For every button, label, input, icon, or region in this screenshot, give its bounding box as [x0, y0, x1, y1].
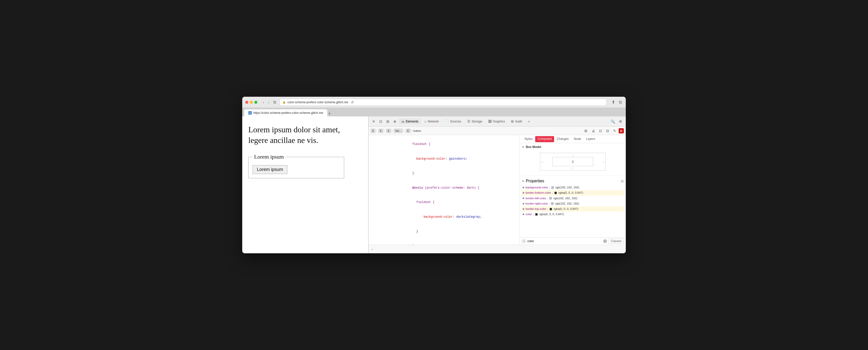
fieldset-button[interactable]: Lorem ipsum	[253, 165, 287, 174]
prop-arrow[interactable]: ▶	[523, 186, 525, 189]
prop-value: rgb(192, 192, 192)	[553, 196, 577, 201]
tab-elements[interactable]: ⚏ Elements	[399, 118, 421, 124]
layout-tool-button[interactable]: ⊟	[604, 128, 611, 134]
devtools-dock-button[interactable]: ⊡	[378, 118, 384, 124]
devtools-search-button[interactable]: 🔍	[609, 118, 616, 124]
tab-audit[interactable]: ⊞ Audit	[508, 118, 524, 124]
code-line[interactable]: fieldset {	[369, 195, 520, 210]
code-line[interactable]: fieldset {	[369, 137, 520, 152]
refresh-button[interactable]: ↺	[351, 100, 354, 104]
prop-row-border-left-color[interactable]: ▶ border-left-color : rgb(192, 192, 192)	[522, 196, 624, 201]
breadcrumb-item-fiel[interactable]: fiel...	[394, 129, 403, 133]
new-tab-button[interactable]: +	[328, 111, 331, 116]
box-model-header[interactable]: ▼ Box Model	[522, 145, 624, 149]
share-button[interactable]: ⬆	[611, 99, 616, 106]
close-button[interactable]	[245, 101, 248, 104]
styles-panel: Styles Computed Changes Node Layers ▼ Bo…	[520, 135, 626, 245]
prop-arrow[interactable]: ▶	[523, 213, 525, 216]
code-line[interactable]: }	[369, 239, 520, 245]
filter-clear-button[interactable]: ✕	[603, 239, 607, 243]
devtools-close-button[interactable]: ✕	[371, 118, 377, 124]
tab-more[interactable]: »	[526, 119, 532, 124]
prop-row-color[interactable]: ▶ color : rgba(0, 0, 0, 0.847)	[522, 212, 624, 217]
back-button[interactable]: ‹	[261, 99, 266, 106]
prop-swatch[interactable]	[551, 186, 554, 189]
prop-value: rgba(0, 0, 0, 0.847)	[539, 212, 564, 216]
split-button[interactable]: ⧉	[272, 99, 278, 106]
breadcrumb-arrow-5: ›	[411, 129, 412, 132]
prop-arrow[interactable]: ▶	[523, 197, 525, 200]
minimize-button[interactable]	[250, 101, 253, 104]
prop-swatch[interactable]	[549, 197, 552, 200]
code-line[interactable]: @media (prefers-color-scheme: dark) {	[369, 181, 520, 196]
address-bar[interactable]: 🔒 color-scheme-prefers-color-scheme.glit…	[280, 99, 607, 106]
code-line[interactable]: }	[369, 166, 520, 181]
breadcrumb-item-3[interactable]: E	[386, 129, 391, 133]
prop-arrow[interactable]: ▶	[523, 207, 525, 211]
prop-arrow[interactable]: ▶	[523, 191, 525, 195]
properties-header: ▼ Properties ⊟	[522, 179, 624, 183]
prop-row-border-top-color[interactable]: ▶ border-top-color : rgba(0, 0, 0, 0.847…	[522, 206, 624, 212]
classes-button[interactable]: Classes	[608, 239, 624, 244]
traffic-lights	[245, 101, 257, 104]
prop-colon: :	[547, 207, 548, 211]
box-tool-button[interactable]: ⊡	[597, 128, 603, 134]
breadcrumb-item-1[interactable]: E	[371, 129, 375, 133]
graphics-icon: 🖼	[488, 119, 492, 123]
forward-button[interactable]: ›	[267, 99, 271, 106]
breadcrumb-arrow-4: ›	[404, 129, 404, 132]
prop-swatch[interactable]	[551, 202, 554, 205]
prop-row-background-color[interactable]: ▶ background-color : rgb(192, 192, 192)	[522, 185, 624, 190]
print-tool-button[interactable]: 🖨	[590, 128, 596, 134]
filter-input[interactable]	[527, 239, 602, 243]
prop-name: border-right-color	[526, 202, 548, 206]
tab-changes[interactable]: Changes	[554, 136, 571, 142]
tab-storage[interactable]: ☰ Storage	[465, 118, 485, 124]
prop-value: rgb(192, 192, 192)	[555, 202, 579, 206]
code-line[interactable]: background-color: gainsboro;	[369, 152, 520, 167]
tab-styles[interactable]: Styles	[522, 136, 535, 142]
tab-favicon: c	[248, 111, 252, 115]
devtools-split-button[interactable]: ⊞	[385, 118, 391, 124]
prop-row-border-bottom-color[interactable]: ▶ border-bottom-color : rgba(0, 0, 0, 0.…	[522, 190, 624, 196]
browser-tab[interactable]: c https://color-scheme-prefers-color-sch…	[244, 109, 327, 116]
prop-swatch[interactable]	[550, 208, 552, 210]
code-panel[interactable]: fieldset { background-color: gainsboro; …	[369, 135, 520, 245]
box-content-value: 2	[572, 160, 574, 164]
filter-icon: ⊟	[522, 239, 526, 243]
prop-arrow[interactable]: ▶	[523, 202, 525, 206]
contrast-tool-button[interactable]: ⊠	[619, 128, 624, 133]
prop-colon: :	[547, 196, 548, 201]
tab-layers[interactable]: Layers	[584, 136, 598, 142]
prop-name: background-color	[526, 185, 548, 189]
styles-content[interactable]: ▼ Box Model – – – – –	[520, 143, 626, 237]
maximize-button[interactable]	[254, 101, 257, 104]
code-line[interactable]: background-color: darkslategray;	[369, 210, 520, 225]
devtools-pick-button[interactable]: ⊕	[392, 118, 398, 124]
new-window-button[interactable]: ⧉	[618, 99, 623, 106]
tab-graphics[interactable]: 🖼 Graphics	[486, 118, 507, 124]
tab-computed[interactable]: Computed	[535, 136, 554, 142]
grid-tool-button[interactable]: ⊞	[583, 128, 589, 134]
properties-section: ▼ Properties ⊟ ▶ background-color :	[522, 178, 624, 218]
address-text: color-scheme-prefers-color-scheme.glitch…	[287, 100, 348, 104]
prop-swatch[interactable]	[535, 213, 538, 216]
properties-filter-icon[interactable]: ⊟	[621, 179, 624, 183]
console-input[interactable]	[374, 247, 623, 251]
prop-value: rgba(0, 0, 0, 0.847)	[554, 207, 578, 211]
breadcrumb-item-2[interactable]: E	[378, 129, 383, 133]
devtools-settings-button[interactable]: ⚙	[617, 118, 624, 124]
breadcrumb-item-4[interactable]: E	[406, 129, 410, 133]
breadcrumb-item-button[interactable]: button	[413, 129, 421, 132]
properties-title: Properties	[526, 179, 544, 183]
code-line[interactable]: }	[369, 224, 520, 239]
nav-buttons: ‹ › ⧉	[261, 99, 278, 106]
tab-sources[interactable]: 📄 Sources	[442, 118, 464, 124]
tab-network[interactable]: ⌕ Network	[422, 118, 441, 124]
prop-name: border-bottom-color	[526, 191, 551, 195]
prop-row-border-right-color[interactable]: ▶ border-right-color : rgb(192, 192, 192…	[522, 201, 624, 206]
prop-swatch[interactable]	[554, 192, 557, 194]
edit-tool-button[interactable]: ✎	[612, 128, 618, 134]
tab-node[interactable]: Node	[571, 136, 584, 142]
lock-icon: 🔒	[282, 100, 286, 104]
